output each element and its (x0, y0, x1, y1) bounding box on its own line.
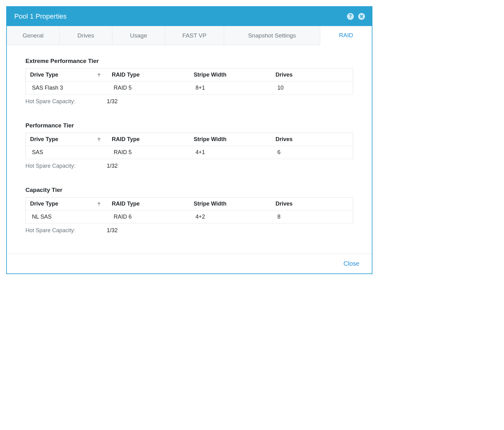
hot-spare-row: Hot Spare Capacity: 1/32 (25, 98, 353, 105)
col-header-drive-type[interactable]: Drive Type (26, 69, 108, 82)
cell-raid-type: RAID 6 (107, 211, 189, 224)
col-header-raid-type[interactable]: RAID Type (107, 133, 189, 146)
col-header-raid-type[interactable]: RAID Type (107, 197, 189, 211)
cell-raid-type: RAID 5 (107, 146, 189, 159)
svg-text:?: ? (349, 14, 352, 19)
tier-table: Drive Type RAID Type Stripe Width Drives (25, 197, 353, 224)
tab-usage[interactable]: Usage (112, 26, 165, 45)
table-row[interactable]: SAS Flash 3 RAID 5 8+1 10 (26, 82, 353, 95)
hot-spare-label: Hot Spare Capacity: (25, 163, 107, 169)
col-header-drives[interactable]: Drives (271, 69, 353, 82)
tab-fastvp[interactable]: FAST VP (165, 26, 224, 45)
cell-stripe-width: 8+1 (189, 82, 271, 95)
tabs: General Drives Usage FAST VP Snapshot Se… (7, 26, 372, 45)
tab-content-raid: Extreme Performance Tier Drive Type (7, 45, 372, 254)
col-header-drive-type[interactable]: Drive Type (26, 133, 108, 146)
hot-spare-value: 1/32 (107, 98, 118, 105)
tier-table: Drive Type RAID Type Stripe Width Drives (25, 133, 353, 159)
cell-drive-type: SAS (26, 146, 108, 159)
col-header-label: Drive Type (30, 136, 58, 143)
hot-spare-label: Hot Spare Capacity: (25, 98, 107, 105)
cell-drive-type: NL SAS (26, 211, 108, 224)
cell-stripe-width: 4+1 (189, 146, 271, 159)
cell-drives: 10 (271, 82, 353, 95)
hot-spare-label: Hot Spare Capacity: (25, 227, 107, 234)
hot-spare-row: Hot Spare Capacity: 1/32 (25, 163, 353, 169)
col-header-label: Drive Type (30, 201, 58, 207)
cell-raid-type: RAID 5 (107, 82, 189, 95)
col-header-raid-type[interactable]: RAID Type (107, 69, 189, 82)
tab-snapshot-settings[interactable]: Snapshot Settings (224, 26, 320, 45)
col-header-drives[interactable]: Drives (271, 133, 353, 146)
dialog-footer: Close (7, 254, 372, 273)
table-header-row: Drive Type RAID Type Stripe Width Drives (26, 197, 353, 211)
col-header-stripe-width[interactable]: Stripe Width (189, 133, 271, 146)
table-row[interactable]: NL SAS RAID 6 4+2 8 (26, 211, 353, 224)
col-header-stripe-width[interactable]: Stripe Width (189, 69, 271, 82)
table-header-row: Drive Type RAID Type Stripe Width Drives (26, 69, 353, 82)
close-icon[interactable] (358, 12, 366, 20)
tab-raid[interactable]: RAID (320, 26, 372, 45)
hot-spare-value: 1/32 (107, 163, 118, 169)
hot-spare-row: Hot Spare Capacity: 1/32 (25, 227, 353, 234)
col-header-label: Drive Type (30, 72, 58, 78)
sort-up-icon[interactable] (97, 202, 103, 206)
table-header-row: Drive Type RAID Type Stripe Width Drives (26, 133, 353, 146)
dialog-title: Pool 1 Properties (14, 12, 67, 20)
titlebar-icons: ? (346, 12, 366, 20)
cell-drives: 8 (271, 211, 353, 224)
tier-table: Drive Type RAID Type Stripe Width Drives (25, 68, 353, 95)
dialog-pool-properties: Pool 1 Properties ? General Drives Usage… (6, 6, 372, 274)
tab-drives[interactable]: Drives (60, 26, 112, 45)
tier-title: Performance Tier (25, 122, 353, 129)
close-button[interactable]: Close (344, 260, 359, 267)
sort-up-icon[interactable] (97, 73, 103, 77)
cell-drive-type: SAS Flash 3 (26, 82, 108, 95)
help-icon[interactable]: ? (346, 12, 354, 20)
tier-title: Capacity Tier (25, 187, 353, 193)
col-header-drive-type[interactable]: Drive Type (26, 197, 108, 211)
cell-stripe-width: 4+2 (189, 211, 271, 224)
tier-section-performance: Performance Tier Drive Type RAID Typ (25, 122, 353, 169)
tier-title: Extreme Performance Tier (25, 58, 353, 64)
tab-general[interactable]: General (7, 26, 60, 45)
table-row[interactable]: SAS RAID 5 4+1 6 (26, 146, 353, 159)
col-header-drives[interactable]: Drives (271, 197, 353, 211)
col-header-stripe-width[interactable]: Stripe Width (189, 197, 271, 211)
tier-section-extreme-performance: Extreme Performance Tier Drive Type (25, 58, 353, 105)
hot-spare-value: 1/32 (107, 227, 118, 234)
cell-drives: 6 (271, 146, 353, 159)
tier-section-capacity: Capacity Tier Drive Type RAID Type (25, 187, 353, 234)
sort-up-icon[interactable] (97, 137, 103, 142)
titlebar: Pool 1 Properties ? (7, 7, 372, 26)
